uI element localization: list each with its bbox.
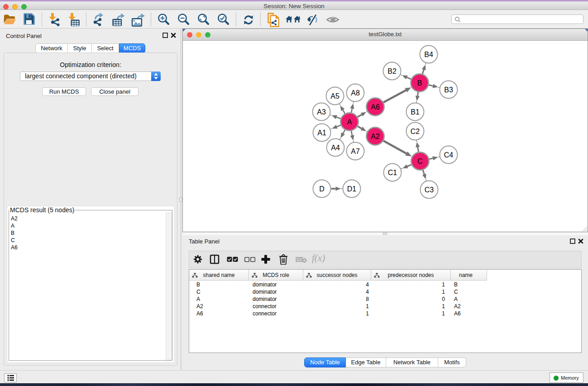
svg-text:D: D	[319, 185, 325, 193]
svg-text:B: B	[417, 79, 422, 87]
svg-text:B4: B4	[424, 51, 433, 58]
svg-text:C3: C3	[425, 186, 434, 194]
svg-text:B2: B2	[387, 67, 397, 75]
svg-text:A4: A4	[331, 144, 340, 152]
svg-text:A2: A2	[371, 133, 380, 140]
svg-text:A5: A5	[330, 92, 339, 100]
svg-text:B1: B1	[411, 108, 420, 116]
svg-text:A: A	[347, 118, 352, 126]
svg-text:A7: A7	[351, 148, 360, 155]
svg-text:A8: A8	[351, 89, 360, 97]
svg-text:A1: A1	[317, 129, 326, 137]
svg-text:C2: C2	[411, 128, 420, 135]
svg-text:C4: C4	[444, 151, 454, 159]
svg-text:C: C	[417, 157, 423, 165]
svg-text:A3: A3	[317, 108, 326, 116]
svg-text:B3: B3	[444, 86, 453, 94]
svg-text:D1: D1	[347, 185, 357, 193]
svg-text:C1: C1	[388, 169, 397, 176]
svg-text:A6: A6	[371, 103, 380, 111]
